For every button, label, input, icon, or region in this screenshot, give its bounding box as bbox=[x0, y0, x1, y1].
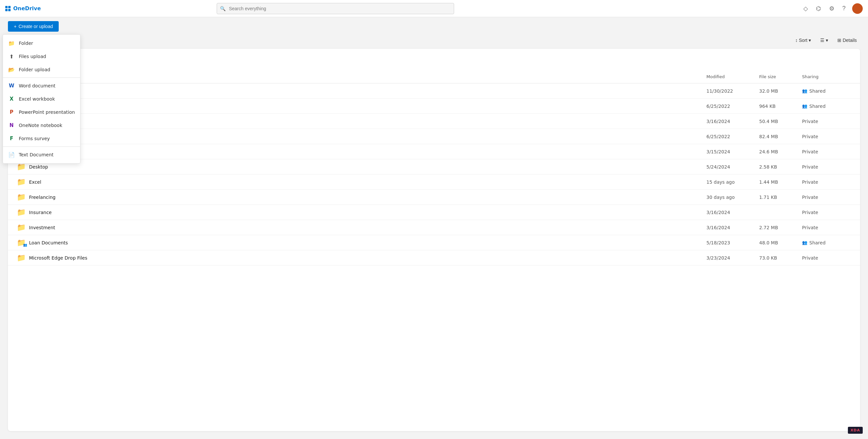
toolbar: + Create or upload 📁 Folder ⬆ Files uplo… bbox=[0, 17, 868, 36]
file-sharing: Private bbox=[802, 164, 855, 169]
search-input[interactable] bbox=[217, 3, 454, 14]
sharing-label: Private bbox=[802, 180, 818, 185]
col-header-sharing: Sharing bbox=[802, 74, 855, 79]
file-name: Insurance bbox=[29, 210, 706, 215]
details-label: Details bbox=[843, 38, 857, 43]
menu-item-onenote[interactable]: N OneNote notebook bbox=[3, 119, 80, 132]
file-size: 1.44 MB bbox=[759, 180, 802, 185]
table-row[interactable]: 📁 👥 Loan Documents 5/18/2023 48.0 MB 👥 S… bbox=[8, 235, 860, 250]
file-modified: 6/25/2022 bbox=[706, 103, 759, 109]
file-name: Books bbox=[29, 134, 706, 139]
table-row[interactable]: 📁 👥 Apps 11/30/2022 32.0 MB 👥 Shared bbox=[8, 84, 860, 99]
share-people-icon[interactable]: ⌬ bbox=[814, 4, 823, 13]
sharing-label: Private bbox=[802, 225, 818, 230]
table-row[interactable]: 📁 Books 6/25/2022 82.4 MB Private bbox=[8, 129, 860, 144]
onenote-icon: N bbox=[8, 122, 15, 129]
main-layout: + Create or upload 📁 Folder ⬆ Files uplo… bbox=[0, 17, 868, 439]
menu-item-folder-upload[interactable]: 📂 Folder upload bbox=[3, 63, 80, 76]
table-row[interactable]: 📁 Insurance 3/16/2024 Private bbox=[8, 205, 860, 220]
create-dropdown-menu: 📁 Folder ⬆ Files upload 📂 Folder upload … bbox=[3, 34, 81, 164]
file-sharing: 👥 Shared bbox=[802, 103, 855, 109]
details-icon: ⊞ bbox=[837, 38, 841, 43]
sharing-label: Private bbox=[802, 134, 818, 139]
file-name: Freelancing bbox=[29, 195, 706, 200]
menu-label-text: Text Document bbox=[19, 152, 54, 157]
file-modified: 11/30/2022 bbox=[706, 88, 759, 94]
sharing-label: Private bbox=[802, 255, 818, 260]
sharing-label: Private bbox=[802, 149, 818, 154]
view-controls: ↕ Sort ▾ ☰ ▾ ⊞ Details bbox=[8, 36, 860, 45]
help-icon[interactable]: ? bbox=[841, 4, 847, 13]
file-size: 2.58 KB bbox=[759, 164, 802, 169]
settings-icon[interactable]: ⚙ bbox=[828, 4, 836, 13]
folder-icon: 📁 bbox=[8, 40, 15, 46]
view-options-button[interactable]: ☰ ▾ bbox=[817, 36, 831, 45]
details-button[interactable]: ⊞ Details bbox=[834, 36, 860, 45]
sharing-label: Private bbox=[802, 210, 818, 215]
file-icon-cell: 📁 bbox=[13, 178, 29, 186]
col-header-modified: Modified bbox=[706, 74, 759, 79]
app-header: OneDrive 🔍 ◇ ⌬ ⚙ ? bbox=[0, 0, 868, 17]
table-row[interactable]: 📁 Investment 3/16/2024 2.72 MB Private bbox=[8, 220, 860, 235]
premium-icon[interactable]: ◇ bbox=[802, 4, 809, 13]
sort-button[interactable]: ↕ Sort ▾ bbox=[792, 36, 814, 45]
table-row[interactable]: 📁 Excel 15 days ago 1.44 MB Private bbox=[8, 175, 860, 190]
create-upload-button[interactable]: + Create or upload bbox=[8, 21, 59, 32]
file-sharing: Private bbox=[802, 255, 855, 260]
sharing-label: Private bbox=[802, 119, 818, 124]
file-size: 73.0 KB bbox=[759, 255, 802, 260]
menu-item-files-upload[interactable]: ⬆ Files upload bbox=[3, 50, 80, 63]
file-icon-cell: 📁 bbox=[13, 223, 29, 231]
menu-label-excel: Excel workbook bbox=[19, 96, 55, 102]
content-area: ↕ Sort ▾ ☰ ▾ ⊞ Details My files bbox=[0, 36, 868, 439]
menu-item-ppt[interactable]: P PowerPoint presentation bbox=[3, 105, 80, 119]
view-chevron-icon: ▾ bbox=[826, 38, 828, 43]
file-sharing: Private bbox=[802, 119, 855, 124]
create-upload-label: Create or upload bbox=[19, 24, 53, 29]
ppt-icon: P bbox=[8, 109, 15, 116]
files-panel: My files Name ↑ Modified File size Shari… bbox=[8, 49, 860, 431]
file-name: Attachments bbox=[29, 103, 706, 109]
file-sharing: Private bbox=[802, 180, 855, 185]
file-modified: 6/25/2022 bbox=[706, 134, 759, 139]
app-logo: OneDrive bbox=[5, 5, 41, 11]
file-modified: 30 days ago bbox=[706, 195, 759, 200]
table-row[interactable]: 📁 Bills and Invoices 3/16/2024 50.4 MB P… bbox=[8, 114, 860, 129]
col-header-name[interactable]: Name ↑ bbox=[29, 74, 706, 79]
menu-label-forms: Forms survey bbox=[19, 136, 50, 141]
table-row[interactable]: 📁 Desktop 5/24/2024 2.58 KB Private bbox=[8, 159, 860, 175]
sharing-icon: 👥 bbox=[802, 88, 807, 93]
word-icon: W bbox=[8, 83, 15, 89]
file-name: Microsoft Edge Drop Files bbox=[29, 255, 706, 260]
forms-icon: F bbox=[8, 135, 15, 142]
file-icon-cell: 📁 bbox=[13, 208, 29, 216]
file-sharing: Private bbox=[802, 225, 855, 230]
file-name: Bills and Invoices bbox=[29, 119, 706, 124]
menu-label-folder: Folder bbox=[19, 40, 33, 46]
sort-label: Sort bbox=[799, 38, 808, 43]
file-size: 964 KB bbox=[759, 103, 802, 109]
menu-label-ppt: PowerPoint presentation bbox=[19, 109, 75, 115]
search-icon: 🔍 bbox=[220, 6, 225, 11]
search-bar[interactable]: 🔍 bbox=[217, 3, 454, 14]
file-size: 24.6 MB bbox=[759, 149, 802, 154]
file-sharing: Private bbox=[802, 195, 855, 200]
table-row[interactable]: 📁 Credit Card Bills 3/15/2024 24.6 MB Pr… bbox=[8, 144, 860, 159]
file-size: 48.0 MB bbox=[759, 240, 802, 245]
menu-item-word[interactable]: W Word document bbox=[3, 79, 80, 92]
menu-item-excel[interactable]: X Excel workbook bbox=[3, 92, 80, 105]
table-row[interactable]: 📁 Freelancing 30 days ago 1.71 KB Privat… bbox=[8, 190, 860, 205]
file-icon-cell: 📁 bbox=[13, 163, 29, 171]
table-row[interactable]: 📁 Microsoft Edge Drop Files 3/23/2024 73… bbox=[8, 250, 860, 265]
avatar[interactable] bbox=[852, 3, 863, 14]
file-name: Loan Documents bbox=[29, 240, 706, 245]
menu-item-folder[interactable]: 📁 Folder bbox=[3, 37, 80, 50]
file-modified: 5/18/2023 bbox=[706, 240, 759, 245]
menu-item-forms[interactable]: F Forms survey bbox=[3, 132, 80, 145]
file-name: Excel bbox=[29, 180, 706, 185]
file-modified: 3/15/2024 bbox=[706, 149, 759, 154]
table-row[interactable]: 📁 👥 Attachments 6/25/2022 964 KB 👥 Share… bbox=[8, 99, 860, 114]
menu-item-text[interactable]: 📄 Text Document bbox=[3, 148, 80, 161]
file-modified: 3/23/2024 bbox=[706, 255, 759, 260]
file-modified: 15 days ago bbox=[706, 180, 759, 185]
